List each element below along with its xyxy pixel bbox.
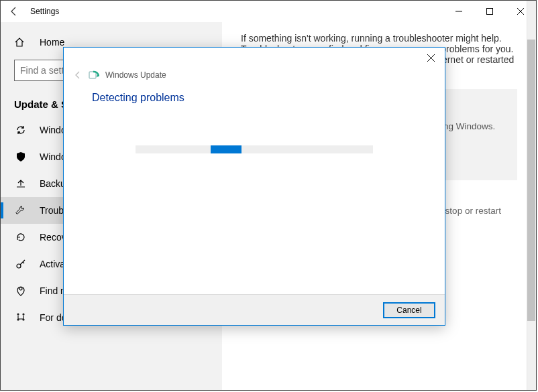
scrollbar-thumb[interactable] bbox=[527, 40, 535, 321]
vertical-scrollbar[interactable] bbox=[527, 1, 536, 390]
window-title: Settings bbox=[30, 7, 59, 16]
key-icon bbox=[14, 259, 28, 269]
home-icon bbox=[14, 37, 28, 48]
dialog-close-button[interactable] bbox=[423, 50, 438, 65]
windows-update-icon bbox=[89, 70, 99, 80]
cancel-button[interactable]: Cancel bbox=[383, 302, 435, 318]
dialog-heading: Detecting problems bbox=[92, 92, 417, 104]
minimize-button[interactable] bbox=[443, 1, 474, 22]
sidebar-home-label: Home bbox=[40, 37, 64, 48]
history-icon bbox=[14, 232, 28, 243]
shield-icon bbox=[14, 151, 28, 162]
location-icon bbox=[14, 285, 28, 296]
wrench-icon bbox=[14, 205, 28, 216]
troubleshooter-dialog: Windows Update Detecting problems Cancel bbox=[63, 47, 445, 326]
dialog-back-icon bbox=[73, 70, 83, 80]
titlebar: Settings bbox=[1, 1, 536, 22]
dialog-footer: Cancel bbox=[64, 294, 445, 325]
backup-icon bbox=[14, 178, 28, 189]
back-button[interactable] bbox=[1, 1, 28, 22]
progress-fill bbox=[211, 145, 241, 153]
svg-rect-0 bbox=[487, 9, 493, 15]
svg-rect-3 bbox=[89, 72, 96, 78]
progress-bar bbox=[136, 145, 373, 153]
developer-icon bbox=[14, 312, 28, 323]
window-controls bbox=[443, 1, 536, 22]
sync-icon bbox=[14, 125, 28, 135]
dialog-subtitle: Windows Update bbox=[105, 70, 166, 80]
maximize-button[interactable] bbox=[474, 1, 505, 22]
svg-point-2 bbox=[19, 287, 22, 290]
dialog-titlebar bbox=[64, 48, 445, 68]
dialog-header: Windows Update bbox=[64, 68, 445, 82]
dialog-body: Detecting problems bbox=[64, 82, 445, 294]
